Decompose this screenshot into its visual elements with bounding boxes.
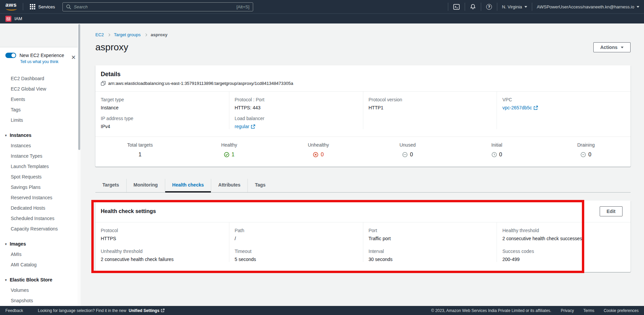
aws-logo-text: aws [5, 2, 19, 8]
sidebar-item-amis[interactable]: AMIs [0, 249, 81, 260]
help-button[interactable]: ? [481, 0, 497, 13]
services-menu-button[interactable]: Services [27, 0, 58, 13]
terms-link[interactable]: Terms [583, 308, 594, 313]
close-icon[interactable]: ✕ [71, 55, 76, 60]
sidebar-item-ec2-global-view[interactable]: EC2 Global View [0, 84, 81, 94]
unified-settings-link[interactable]: Unified Settings [129, 308, 164, 313]
external-link-icon [161, 309, 165, 312]
sidebar-scrollbar[interactable] [78, 24, 81, 306]
breadcrumb-ec2[interactable]: EC2 [95, 32, 104, 37]
top-navigation-bar: aws Services [Alt+S] [0, 0, 644, 13]
protocol-port-value: HTTPS: 443 [235, 105, 363, 110]
sidebar-item-limits[interactable]: Limits [0, 115, 81, 125]
load-balancer-link[interactable]: regular [235, 124, 256, 129]
sidebar-item-spot-requests[interactable]: Spot Requests [0, 172, 81, 182]
new-experience-title: New EC2 Experience [19, 53, 64, 58]
aws-logo-smile [6, 7, 17, 10]
actions-button[interactable]: Actions [593, 42, 631, 52]
search-icon [66, 4, 71, 9]
notifications-button[interactable] [465, 0, 481, 13]
sidebar-item-instance-types[interactable]: Instance Types [0, 151, 81, 161]
aws-logo[interactable]: aws [5, 2, 19, 11]
sidebar-item-ec2-dashboard[interactable]: EC2 Dashboard [0, 73, 81, 84]
summary-total-targets: Total targets 1 [95, 142, 185, 159]
protocol-version-value: HTTP1 [369, 105, 497, 110]
account-label: AWSPowerUserAccess/navaneeth.kn@harness.… [537, 4, 634, 9]
hc-unhealthy-threshold-value: 2 consecutive health check failures [101, 257, 229, 262]
field-label: IP address type [101, 116, 229, 121]
tab-monitoring[interactable]: Monitoring [126, 179, 165, 192]
breadcrumb-target-groups[interactable]: Target groups [114, 32, 141, 37]
cloudshell-button[interactable] [448, 0, 465, 13]
global-search-box[interactable]: [Alt+S] [62, 2, 253, 11]
summary-healthy: Healthy 1 [185, 142, 274, 159]
sidebar-item-launch-templates[interactable]: Launch Templates [0, 161, 81, 172]
details-card: Details arn:aws:elasticloadbalancing:us-… [95, 65, 631, 167]
healthy-status-icon [224, 152, 229, 157]
sidebar-scrollbar-thumb[interactable] [78, 24, 80, 150]
field-label: Target type [101, 97, 229, 102]
field-label: Protocol [101, 228, 229, 233]
hc-success-codes-value: 200-499 [502, 257, 631, 262]
favorites-iam-link[interactable]: IAM [14, 16, 22, 21]
tab-tags[interactable]: Tags [247, 179, 273, 192]
bell-icon [470, 4, 476, 10]
search-input[interactable] [74, 4, 234, 9]
field-label: Load balancer [235, 116, 363, 121]
sidebar-section-instances[interactable]: ▼Instances [0, 130, 81, 141]
sidebar-item-instances[interactable]: Instances [0, 141, 81, 151]
unused-status-icon [402, 152, 408, 157]
health-check-settings-panel: Health check settings Edit Protocol HTTP… [95, 201, 631, 272]
unhealthy-status-icon [313, 152, 318, 157]
sidebar-item-scheduled-instances[interactable]: Scheduled Instances [0, 213, 81, 224]
field-label: Protocol : Port [235, 97, 363, 102]
hc-timeout-value: 5 seconds [235, 257, 363, 262]
chevron-down-icon [621, 47, 624, 48]
breadcrumb-current: asproxy [151, 32, 168, 37]
sidebar-section-images[interactable]: ▼Images [0, 239, 81, 249]
sidebar-item-tags[interactable]: Tags [0, 105, 81, 115]
field-label: Timeout [235, 249, 363, 254]
sidebar-item-volumes[interactable]: Volumes [0, 285, 81, 296]
hc-port-value: Traffic port [369, 236, 497, 241]
sidebar-item-events[interactable]: Events [0, 94, 81, 105]
console-footer: Feedback Looking for language selection?… [0, 306, 644, 315]
sidebar-item-reserved-instances[interactable]: Reserved Instances [0, 193, 81, 203]
tab-health-checks[interactable]: Health checks [165, 179, 211, 192]
vpc-link[interactable]: vpc-2657db5c [502, 105, 538, 110]
region-label: N. Virginia [502, 4, 522, 9]
help-icon: ? [486, 4, 492, 10]
sidebar-top-spacer [0, 23, 81, 47]
account-menu[interactable]: AWSPowerUserAccess/navaneeth.kn@harness.… [532, 0, 644, 13]
cookie-preferences-link[interactable]: Cookie preferences [604, 308, 639, 313]
sidebar-section-elastic-block-store[interactable]: ▼Elastic Block Store [0, 275, 81, 285]
details-grid: Target type Instance IP address type IPv… [95, 92, 631, 137]
feedback-link[interactable]: Feedback [5, 308, 23, 313]
language-selection-note: Looking for language selection? Find it … [38, 308, 165, 313]
sidebar-item-snapshots[interactable]: Snapshots [0, 296, 81, 306]
sidebar-item-dedicated-hosts[interactable]: Dedicated Hosts [0, 203, 81, 213]
summary-unused: Unused 0 [363, 142, 452, 159]
field-label: Interval [369, 249, 497, 254]
copy-icon[interactable] [101, 81, 106, 86]
topbar-right-group: ? N. Virginia AWSPowerUserAccess/navanee… [448, 0, 644, 13]
breadcrumb: EC2 Target groups asproxy [95, 23, 631, 37]
edit-button[interactable]: Edit [600, 206, 623, 216]
sidebar-item-capacity-reservations[interactable]: Capacity Reservations [0, 224, 81, 234]
tab-targets[interactable]: Targets [95, 179, 126, 192]
page-title: asproxy [95, 42, 128, 53]
field-label: Path [235, 228, 363, 233]
region-selector[interactable]: N. Virginia [497, 0, 532, 13]
external-link-icon [534, 106, 538, 110]
hc-path-value: / [235, 236, 363, 241]
main-content: EC2 Target groups asproxy asproxy Action… [81, 23, 644, 306]
privacy-link[interactable]: Privacy [561, 308, 574, 313]
summary-initial: Initial 0 [452, 142, 542, 159]
tell-us-link[interactable]: Tell us what you think [20, 59, 76, 64]
tab-attributes[interactable]: Attributes [211, 179, 247, 192]
field-label: Success codes [502, 249, 631, 254]
new-experience-toggle[interactable] [5, 53, 16, 58]
sidebar-item-ami-catalog[interactable]: AMI Catalog [0, 260, 81, 270]
sidebar-item-savings-plans[interactable]: Savings Plans [0, 182, 81, 193]
target-type-value: Instance [101, 105, 229, 110]
